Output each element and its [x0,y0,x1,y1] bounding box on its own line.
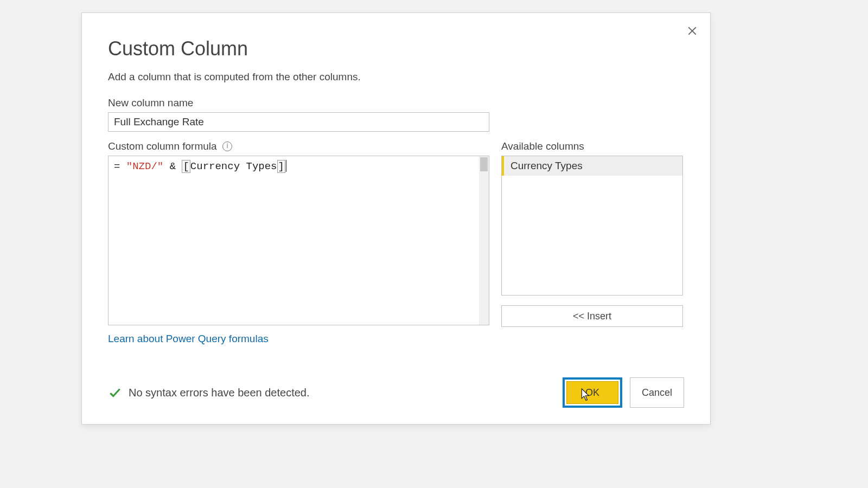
formula-text[interactable]: = "NZD/" & [Currency Types] [108,156,489,325]
available-column-item[interactable]: Currency Types [502,156,682,176]
available-columns-list[interactable]: Currency Types [501,156,683,296]
formula-editor[interactable]: = "NZD/" & [Currency Types] [108,156,489,325]
formula-token-bracket-close: ] [277,160,285,173]
learn-more-link[interactable]: Learn about Power Query formulas [108,333,269,345]
cancel-button[interactable]: Cancel [630,377,684,408]
custom-column-dialog: Custom Column Add a column that is compu… [81,12,711,425]
formula-token-bracket-open: [ [182,160,190,173]
ok-button[interactable]: OK [566,381,618,404]
dialog-subtitle: Add a column that is computed from the o… [108,71,684,83]
formula-label: Custom column formula [108,140,217,152]
info-icon[interactable]: i [222,142,232,151]
new-column-name-label: New column name [108,97,193,109]
dialog-footer: No syntax errors have been detected. OK … [108,377,684,408]
ok-button-highlight: OK [563,377,622,408]
available-columns-label: Available columns [501,140,584,152]
formula-token-eq: = [114,160,120,172]
caret-icon [286,160,286,172]
formula-token-op: & [170,160,176,172]
new-column-name-input[interactable] [108,112,489,132]
formula-token-column: Currency Types [190,160,277,172]
status-text: No syntax errors have been detected. [129,387,563,399]
formula-scrollbar[interactable] [479,156,489,325]
formula-token-string: "NZD/" [126,160,163,172]
checkmark-icon [108,386,122,400]
scrollbar-thumb[interactable] [480,157,488,171]
insert-button[interactable]: << Insert [501,305,683,327]
close-icon[interactable] [686,25,698,37]
dialog-title: Custom Column [108,37,684,60]
